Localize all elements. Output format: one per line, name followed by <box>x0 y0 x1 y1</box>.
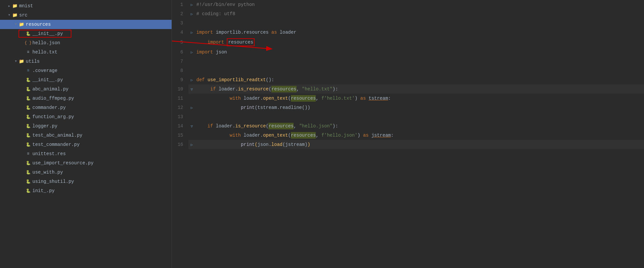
line-gutter-14: ▽ <box>188 121 195 131</box>
code-line-16: 16 ▷ print ( json. load (jstream) ) <box>172 140 644 149</box>
line-content-10[interactable]: if loader. is_resource (resources, "hell… <box>195 84 644 94</box>
sidebar-item-use-import-resource[interactable]: 🐍 use_import_resource.py <box>0 158 172 168</box>
python-icon-use-import: 🐍 <box>25 160 31 166</box>
line-gutter-9: ▷ <box>188 75 195 84</box>
sidebar-item-use-with[interactable]: 🐍 use_with.py <box>0 168 172 177</box>
sidebar-item-using-shutil[interactable]: 🐍 using_shutil.py <box>0 177 172 186</box>
sidebar-item-test-abc-animal[interactable]: 🐍 test_abc_animal.py <box>0 131 172 140</box>
sidebar-item-label-function-arg: function_arg.py <box>32 114 74 119</box>
line-gutter-4: ▷ <box>188 28 195 37</box>
collapse-arrow-src <box>7 13 12 18</box>
sidebar-item-function-arg[interactable]: 🐍 function_arg.py <box>0 112 172 121</box>
code-loader-4: loader <box>277 29 297 36</box>
sidebar-item-coverage[interactable]: ≡ .coverage <box>0 66 172 75</box>
sidebar-item-logger[interactable]: 🐍 logger.py <box>0 121 172 131</box>
sidebar-item-init-py-resources[interactable]: 🐍 __init__.py <box>0 29 172 38</box>
line-gutter-13 <box>188 112 195 121</box>
paren-close-16: ) <box>307 141 310 148</box>
sidebar-item-init-py-utils[interactable]: 🐍 __init__.py <box>0 75 172 84</box>
code-line-6: 6 ▷ import json <box>172 48 644 57</box>
sidebar-item-utils[interactable]: 📁 utils <box>0 57 172 66</box>
sidebar-item-commander[interactable]: 🐍 commander.py <box>0 103 172 112</box>
func-open-text-15: open_text <box>263 132 288 139</box>
sidebar-item-unittest-res[interactable]: ≡ unittest.res <box>0 149 172 158</box>
code-line-13: 13 <box>172 112 644 121</box>
sidebar-item-label-test-abc-animal: test_abc_animal.py <box>32 133 82 138</box>
python-icon-commander: 🐍 <box>25 105 31 111</box>
sidebar-item-abc-animal[interactable]: 🐍 abc_animal.py <box>0 84 172 94</box>
code-line-9: 9 ▷ def use_importlib_readtxt (): <box>172 75 644 84</box>
code-line-5: 5 import resources <box>172 37 644 48</box>
resources-hl-10: resources <box>271 86 297 92</box>
line-content-6[interactable]: import json <box>195 48 644 57</box>
line-content-14[interactable]: if loader. is_resource (resources, "hell… <box>195 121 644 131</box>
line-number-2: 2 <box>172 9 188 18</box>
collapse-arrow-mnist <box>7 3 12 9</box>
line-number-10: 10 <box>172 84 188 94</box>
sidebar-item-audio-ffmpeg[interactable]: 🐍 audio_ffmpeg.py <box>0 94 172 103</box>
code-line-4: 4 ▷ import importlib.resources as loader <box>172 28 644 37</box>
kw-if-10: if <box>199 86 216 92</box>
kw-with-11: with <box>230 95 241 102</box>
code-line-15: 15 with loader. open_text (resources, f'… <box>172 131 644 140</box>
code-line-7: 7 <box>172 57 644 66</box>
kw-as-15: as <box>363 132 369 139</box>
line-content-2[interactable]: # coding: utf8 <box>195 9 644 18</box>
sidebar-item-init-bottom[interactable]: 🐍 init_.py <box>0 186 172 195</box>
fstring-hello-txt-11: f'hello.txt' <box>321 95 355 102</box>
line-number-13: 13 <box>172 112 188 121</box>
line-content-15[interactable]: with loader. open_text (resources, f'hel… <box>195 131 644 140</box>
code-json-6: json <box>213 49 227 55</box>
folder-icon-resources: 📁 <box>19 21 24 27</box>
sidebar-item-hello-json[interactable]: { } hello.json <box>0 38 172 48</box>
kw-import-4: import <box>196 29 213 36</box>
line-content-9[interactable]: def use_importlib_readtxt (): <box>195 75 644 84</box>
sidebar-item-label-use-import-resource: use_import_resource.py <box>32 160 94 166</box>
code-editor[interactable]: 1 ▷ #!/usr/bin/env python 2 ▷ # coding: … <box>172 0 644 268</box>
sidebar-item-label-unittest-res: unittest.res <box>32 151 66 156</box>
code-comment-1: #!/usr/bin/env python <box>196 1 255 8</box>
python-icon-test-cmd: 🐍 <box>25 142 31 148</box>
line-content-5[interactable]: import resources <box>195 37 644 48</box>
code-line-14: 14 ▽ if loader. is_resource (resources, … <box>172 121 644 131</box>
line-gutter-8 <box>188 66 195 75</box>
line-number-14: 14 <box>172 121 188 131</box>
code-line-10: 10 ▽ if loader. is_resource (resources, … <box>172 84 644 94</box>
python-icon-shutil: 🐍 <box>25 179 31 184</box>
sidebar-item-src[interactable]: 📁 src <box>0 11 172 20</box>
line-content-11[interactable]: with loader. open_text (resources, f'hel… <box>195 94 644 103</box>
file-tree[interactable]: 📁 mnist 📁 src 📁 resources 🐍 __init__.py … <box>0 0 172 268</box>
kw-as-4: as <box>271 29 277 36</box>
sidebar-item-mnist[interactable]: 📁 mnist <box>0 1 172 11</box>
sidebar-item-label-logger: logger.py <box>32 123 58 129</box>
sidebar-item-resources[interactable]: 📁 resources <box>0 20 172 29</box>
line-content-16[interactable]: print ( json. load (jstream) ) <box>195 140 644 149</box>
sidebar-item-test-commander[interactable]: 🐍 test_commander.py <box>0 140 172 149</box>
func-open-text-11: open_text <box>263 95 288 102</box>
python-icon-func: 🐍 <box>25 114 31 120</box>
collapse-arrow-resources <box>13 22 19 27</box>
line-gutter-3 <box>188 18 195 28</box>
python-icon-use-with: 🐍 <box>25 169 31 175</box>
kw-import-5: import <box>196 39 224 46</box>
sidebar-item-hello-txt[interactable]: ≡ hello.txt <box>0 48 172 57</box>
line-content-1[interactable]: #!/usr/bin/env python <box>195 0 644 9</box>
line-number-1: 1 <box>172 0 188 9</box>
line-content-7 <box>195 57 644 66</box>
sidebar-item-label-hello-txt: hello.txt <box>32 50 58 55</box>
line-gutter-1: ▷ <box>188 0 195 9</box>
line-gutter-12: ▷ <box>188 103 195 112</box>
tstream-11: tstream <box>369 95 388 102</box>
line-number-15: 15 <box>172 131 188 140</box>
code-comment-2: # coding: utf8 <box>196 11 235 17</box>
python-icon-logger: 🐍 <box>25 123 31 129</box>
sidebar-item-label-utils: utils <box>26 59 40 64</box>
line-gutter-2: ▷ <box>188 9 195 18</box>
sidebar-item-label-commander: commander.py <box>32 105 66 110</box>
line-content-12[interactable]: print (tstream.readline()) <box>195 103 644 112</box>
code-line-11: 11 with loader. open_text (resources, f'… <box>172 94 644 103</box>
code-line-1: 1 ▷ #!/usr/bin/env python <box>172 0 644 9</box>
line-content-4[interactable]: import importlib.resources as loader <box>195 28 644 37</box>
resources-hl-14: resources <box>268 123 294 129</box>
res-file-icon: ≡ <box>25 151 31 157</box>
